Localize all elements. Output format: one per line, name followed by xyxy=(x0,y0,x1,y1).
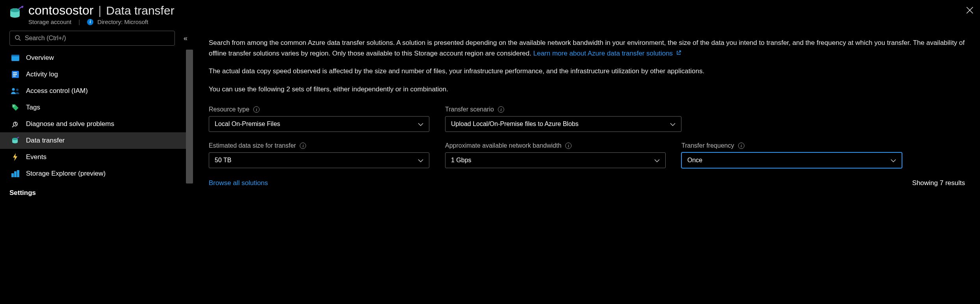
svg-point-4 xyxy=(15,35,19,39)
chevron-down-icon xyxy=(418,120,423,128)
info-icon[interactable]: i xyxy=(253,106,260,113)
nav-item-overview[interactable]: Overview xyxy=(0,50,193,66)
nav-list: Overview Activity log Access control (IA… xyxy=(0,50,193,304)
info-icon[interactable]: i xyxy=(300,143,306,149)
filter-label: Transfer frequency xyxy=(681,142,734,149)
svg-point-17 xyxy=(12,138,18,140)
nav-label: Overview xyxy=(26,54,54,62)
nav-item-tags[interactable]: Tags xyxy=(0,99,193,116)
resource-type-select[interactable]: Local On-Premise Files xyxy=(209,116,429,132)
filter-label: Transfer scenario xyxy=(445,106,494,113)
nav-item-events[interactable]: Events xyxy=(0,149,193,165)
page-title: Data transfer xyxy=(106,4,174,17)
info-icon[interactable]: i xyxy=(87,19,93,25)
svg-rect-9 xyxy=(13,72,17,73)
info-icon[interactable]: i xyxy=(565,143,572,149)
search-icon xyxy=(15,35,21,42)
filter-label: Approximate available network bandwidth xyxy=(445,142,561,149)
section-header-settings: Settings xyxy=(0,182,193,200)
chevron-down-icon xyxy=(418,157,423,164)
nav-label: Access control (IAM) xyxy=(26,87,88,95)
tags-icon xyxy=(11,103,20,112)
bandwidth-select[interactable]: 1 Gbps xyxy=(445,152,666,168)
filter-data-size: Estimated data size for transfer i 50 TB xyxy=(209,142,429,168)
svg-point-1 xyxy=(10,8,20,12)
data-transfer-icon xyxy=(11,136,20,145)
sidebar: « Overview Activity log xyxy=(0,27,193,304)
directory-label: Directory: Microsoft xyxy=(97,19,148,25)
sidebar-scrollbar-thumb[interactable] xyxy=(186,50,193,184)
nav-item-activity-log[interactable]: Activity log xyxy=(0,66,193,83)
nav-label: Storage Explorer (preview) xyxy=(26,170,106,178)
filter-label: Estimated data size for transfer xyxy=(209,142,296,149)
svg-rect-11 xyxy=(13,76,16,76)
nav-label: Data transfer xyxy=(26,137,65,145)
svg-rect-19 xyxy=(14,171,17,177)
intro-paragraph-1: Search from among the common Azure data … xyxy=(209,38,965,58)
collapse-sidebar-button[interactable]: « xyxy=(184,34,187,43)
info-icon[interactable]: i xyxy=(498,106,504,113)
svg-rect-10 xyxy=(13,74,17,75)
search-input[interactable] xyxy=(25,35,170,42)
intro-paragraph-3: You can use the following 2 sets of filt… xyxy=(209,84,965,95)
main-content: Search from among the common Azure data … xyxy=(193,27,980,304)
events-icon xyxy=(11,153,20,161)
page-header: contosostor | Data transfer Storage acco… xyxy=(0,0,980,27)
info-icon[interactable]: i xyxy=(738,143,744,149)
nav-label: Diagnose and solve problems xyxy=(26,120,114,128)
resource-name: contosostor xyxy=(28,3,93,18)
diagnose-icon xyxy=(11,120,20,128)
learn-more-link[interactable]: Learn more about Azure data transfer sol… xyxy=(533,50,681,57)
browse-all-solutions-link[interactable]: Browse all solutions xyxy=(209,179,268,187)
storage-account-icon xyxy=(8,6,24,21)
chevron-down-icon xyxy=(654,157,660,164)
external-link-icon xyxy=(676,48,681,58)
activity-log-icon xyxy=(11,70,20,79)
filter-frequency: Transfer frequency i Once xyxy=(681,142,902,168)
data-size-select[interactable]: 50 TB xyxy=(209,152,429,168)
chevron-down-icon xyxy=(891,157,896,164)
intro-paragraph-2: The actual data copy speed observed is a… xyxy=(209,66,965,76)
nav-label: Tags xyxy=(26,104,40,111)
access-control-icon xyxy=(11,87,20,95)
title-separator: | xyxy=(98,4,101,17)
svg-point-13 xyxy=(16,89,19,91)
filter-transfer-scenario: Transfer scenario i Upload Local/On-Prem… xyxy=(445,106,681,132)
filter-resource-type: Resource type i Local On-Premise Files xyxy=(209,106,429,132)
frequency-select[interactable]: Once xyxy=(681,152,902,168)
close-button[interactable] xyxy=(965,6,974,15)
storage-explorer-icon xyxy=(11,169,20,178)
results-count: Showing 7 results xyxy=(912,179,965,187)
nav-item-diagnose[interactable]: Diagnose and solve problems xyxy=(0,116,193,132)
nav-item-storage-explorer[interactable]: Storage Explorer (preview) xyxy=(0,165,193,182)
nav-label: Events xyxy=(26,153,46,161)
filter-label: Resource type xyxy=(209,106,249,113)
transfer-scenario-select[interactable]: Upload Local/On-Premise files to Azure B… xyxy=(445,116,681,132)
nav-label: Activity log xyxy=(26,70,58,78)
svg-rect-20 xyxy=(17,170,19,177)
chevron-down-icon xyxy=(670,120,676,128)
sidebar-scrollbar[interactable] xyxy=(186,50,193,270)
filter-bandwidth: Approximate available network bandwidth … xyxy=(445,142,666,168)
svg-point-12 xyxy=(12,88,15,91)
svg-point-14 xyxy=(13,106,15,107)
resource-type-label: Storage account xyxy=(28,19,71,25)
svg-rect-7 xyxy=(11,55,19,56)
sidebar-search[interactable] xyxy=(9,31,175,46)
nav-item-data-transfer[interactable]: Data transfer xyxy=(0,132,193,149)
nav-item-access-control[interactable]: Access control (IAM) xyxy=(0,83,193,99)
svg-rect-18 xyxy=(11,173,14,177)
svg-line-5 xyxy=(19,39,20,41)
overview-icon xyxy=(11,54,20,62)
